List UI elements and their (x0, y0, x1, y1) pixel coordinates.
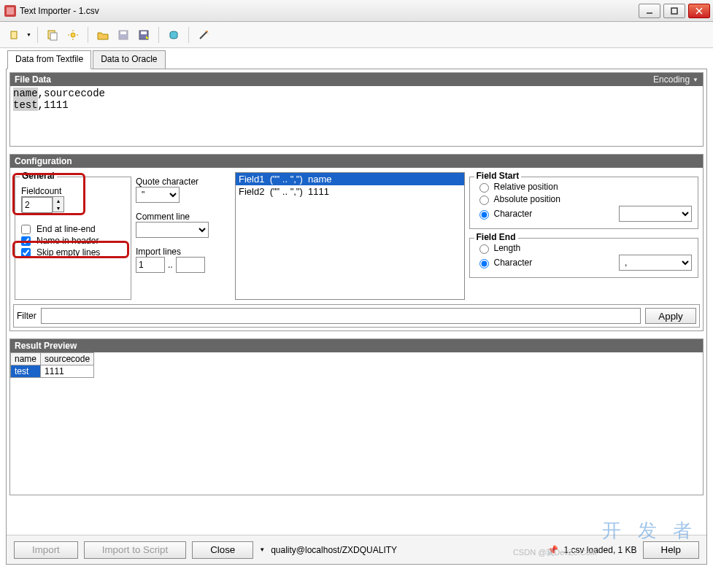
file-col-name: name (13, 88, 38, 99)
field-start-label: Field Start (474, 171, 522, 181)
field-start-char-select[interactable] (619, 206, 692, 222)
quote-char-label: Quote character (136, 177, 231, 187)
file-data-header: File Data (15, 74, 51, 85)
field-start-absolute-radio[interactable] (479, 196, 489, 205)
svg-rect-16 (141, 31, 147, 34)
file-data-content[interactable]: name,sourcecode test,1111 (10, 86, 703, 146)
maximize-button[interactable] (663, 4, 685, 18)
toolbar: ▼ (0, 22, 713, 48)
spin-up-icon[interactable]: ▲ (53, 197, 63, 204)
field-list[interactable]: Field1 ("" .. ",") name Field2 ("" .. ",… (235, 172, 465, 300)
column-header[interactable]: name (11, 353, 41, 365)
configuration-header: Configuration (15, 156, 72, 166)
status-bar: Import Import to Script Close ▼ quality@… (7, 535, 706, 564)
result-preview-section: Result Preview name sourcecode test 1111 (9, 339, 704, 495)
close-button[interactable] (688, 4, 710, 18)
connection-string: quality@localhost/ZXDQUALITY (271, 545, 541, 555)
saveas-icon[interactable] (135, 26, 153, 44)
app-icon (4, 5, 16, 17)
filter-label: Filter (17, 311, 36, 321)
svg-line-19 (200, 31, 207, 39)
table-header-row: name sourcecode (11, 353, 94, 365)
general-label: General (20, 171, 57, 181)
field-end-label: Field End (474, 232, 518, 242)
svg-point-22 (207, 33, 208, 34)
svg-point-8 (71, 33, 75, 37)
svg-rect-7 (50, 33, 57, 40)
configuration-section: Configuration General Fieldcount ▲▼ End … (9, 154, 704, 331)
field-list-group: Field1 ("" .. ",") name Field2 ("" .. ",… (235, 172, 465, 300)
target-dropdown-icon[interactable]: ▼ (259, 546, 265, 553)
column-header[interactable]: sourcecode (41, 353, 94, 365)
field-end-group: Field End Length Character , (469, 238, 699, 278)
import-lines-to-input[interactable] (176, 257, 205, 273)
comment-line-select[interactable] (136, 222, 209, 238)
svg-point-20 (207, 31, 208, 32)
tab-data-to-oracle[interactable]: Data to Oracle (93, 50, 165, 69)
comment-line-label: Comment line (136, 212, 231, 222)
pin-icon[interactable]: 📌 (547, 545, 558, 555)
svg-rect-14 (120, 31, 126, 34)
window-title: Text Importer - 1.csv (20, 6, 636, 16)
encoding-dropdown[interactable]: Encoding▼ (653, 74, 698, 85)
field-start-character-radio[interactable] (479, 210, 489, 220)
open-icon[interactable] (94, 26, 112, 44)
fieldcount-label: Fieldcount (21, 186, 125, 196)
import-to-script-button[interactable]: Import to Script (84, 541, 186, 559)
general-group: General Fieldcount ▲▼ End at line-end Na… (15, 177, 131, 300)
minimize-button[interactable] (639, 4, 660, 18)
filter-row: Filter Apply (13, 304, 700, 328)
tab-strip: Data from Textfile Data to Oracle (7, 50, 713, 69)
apply-button[interactable]: Apply (645, 308, 696, 324)
filter-input[interactable] (41, 308, 641, 324)
fieldcount-input[interactable] (22, 197, 53, 213)
field-list-item[interactable]: Field2 ("" .. ",") 1111 (236, 185, 464, 198)
svg-rect-5 (11, 31, 17, 39)
fieldcount-spinner[interactable]: ▲▼ (21, 196, 64, 212)
svg-point-21 (204, 30, 205, 31)
copy-icon[interactable] (6, 26, 23, 44)
import-lines-label: Import lines (136, 247, 231, 257)
import-lines-separator: .. (168, 260, 173, 270)
parse-options-group: Quote character " Comment line Import li… (136, 172, 231, 300)
result-table[interactable]: name sourcecode test 1111 (10, 352, 94, 378)
tab-data-from-textfile[interactable]: Data from Textfile (7, 50, 91, 69)
skip-empty-lines-checkbox[interactable]: Skip empty lines (21, 247, 125, 258)
spin-down-icon[interactable]: ▼ (53, 204, 63, 212)
file-row-value: test (13, 99, 38, 111)
status-text: 1.csv loaded, 1 KB (564, 545, 637, 555)
save-icon[interactable] (115, 26, 132, 44)
copy-dropdown[interactable]: ▼ (26, 32, 31, 37)
result-preview-header: Result Preview (15, 341, 77, 351)
help-button[interactable]: Help (643, 541, 699, 559)
wand-icon[interactable] (195, 26, 212, 44)
db-icon[interactable] (165, 26, 182, 44)
close-dialog-button[interactable]: Close (192, 541, 253, 559)
svg-rect-0 (7, 7, 14, 15)
title-bar: Text Importer - 1.csv (0, 0, 713, 22)
file-data-section: File Data Encoding▼ name,sourcecode test… (9, 72, 704, 147)
table-cell[interactable]: test (11, 365, 41, 378)
field-start-relative-radio[interactable] (479, 183, 489, 193)
end-at-line-end-checkbox[interactable]: End at line-end (21, 224, 125, 234)
name-in-header-checkbox[interactable]: Name in header (21, 236, 125, 246)
import-button[interactable]: Import (14, 541, 78, 559)
paste-icon[interactable] (44, 26, 61, 44)
field-end-length-radio[interactable] (479, 244, 489, 254)
field-end-character-radio[interactable] (479, 259, 489, 268)
import-lines-from-input[interactable] (136, 257, 165, 273)
quote-char-select[interactable]: " (136, 187, 180, 203)
field-end-char-select[interactable]: , (619, 255, 692, 271)
table-cell[interactable]: 1111 (41, 365, 94, 378)
field-start-group: Field Start Relative position Absolute p… (469, 177, 699, 229)
table-row[interactable]: test 1111 (11, 365, 94, 378)
light-icon[interactable] (64, 26, 82, 44)
field-list-item[interactable]: Field1 ("" .. ",") name (236, 173, 464, 185)
svg-rect-2 (671, 8, 677, 14)
